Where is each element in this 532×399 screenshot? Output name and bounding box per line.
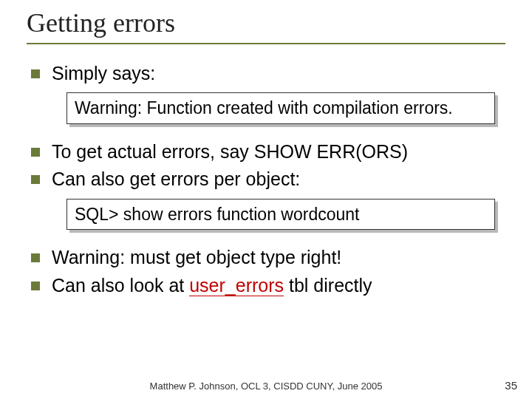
code-box-warning: Warning: Function created with compilati… [66, 92, 495, 124]
square-bullet-icon [31, 282, 40, 290]
bullet-item: To get actual errors, say SHOW ERR(ORS) [31, 140, 505, 163]
square-bullet-icon [31, 175, 40, 184]
page-number: 35 [505, 379, 517, 392]
bullet-text-pre: Can also look at [52, 275, 189, 296]
footer-text: Matthew P. Johnson, OCL 3, CISDD CUNY, J… [0, 381, 532, 392]
bullet-item: Simply says: [31, 62, 505, 85]
slide-title: Getting errors [27, 7, 505, 38]
bullet-text: Warning: must get object type right! [52, 246, 341, 269]
group-3: Warning: must get object type right! Can… [27, 246, 505, 297]
slide: Getting errors Simply says: Warning: Fun… [0, 0, 532, 399]
bullet-text: To get actual errors, say SHOW ERR(ORS) [52, 140, 408, 163]
bullet-item: Warning: must get object type right! [31, 246, 505, 269]
square-bullet-icon [31, 253, 40, 262]
title-rule: Getting errors [27, 7, 505, 44]
group-2: To get actual errors, say SHOW ERR(ORS) … [27, 140, 505, 230]
square-bullet-icon [31, 69, 40, 78]
bullet-item: Can also look at user_errors tbl directl… [31, 274, 505, 297]
bullet-item: Can also get errors per object: [31, 168, 505, 191]
bullet-text: Can also look at user_errors tbl directl… [52, 274, 372, 297]
code-box-sql: SQL> show errors function wordcount [66, 199, 495, 231]
bullet-text-post: tbl directly [284, 275, 372, 296]
bullet-text: Can also get errors per object: [52, 168, 300, 191]
highlight-user-errors: user_errors [189, 275, 284, 296]
square-bullet-icon [31, 148, 40, 157]
bullet-text: Simply says: [52, 62, 155, 85]
group-1: Simply says: Warning: Function created w… [27, 62, 505, 124]
